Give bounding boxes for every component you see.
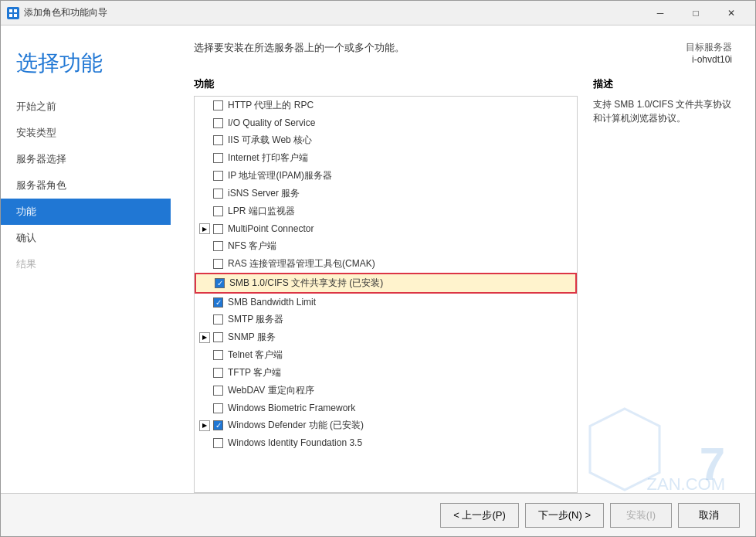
cancel-button[interactable]: 取消 bbox=[678, 503, 740, 528]
feature-label-webdav: WebDAV 重定向程序 bbox=[228, 384, 314, 397]
feature-label-print_client: Internet 打印客户端 bbox=[228, 151, 308, 165]
checkbox-snmp[interactable] bbox=[213, 332, 223, 342]
checkbox-ipam[interactable] bbox=[213, 171, 223, 181]
checkbox-iis_web[interactable] bbox=[213, 135, 223, 145]
server-label: 目标服务器 bbox=[686, 41, 732, 54]
sidebar-item-install_type[interactable]: 安装类型 bbox=[1, 120, 171, 146]
checkbox-isns[interactable] bbox=[213, 189, 223, 199]
feature-label-smtp: SMTP 服务器 bbox=[228, 313, 283, 326]
sidebar-item-server_roles[interactable]: 服务器角色 bbox=[1, 172, 171, 199]
feature-label-ipam: IP 地址管理(IPAM)服务器 bbox=[228, 169, 332, 182]
sidebar-item-result: 结果 bbox=[1, 251, 171, 277]
sidebar-item-start[interactable]: 开始之前 bbox=[1, 93, 171, 120]
feature-label-telnet: Telnet 客户端 bbox=[228, 348, 283, 362]
checkbox-ras[interactable] bbox=[213, 259, 223, 269]
features-label: 功能 bbox=[194, 77, 578, 91]
feature-item-ipam[interactable]: IP 地址管理(IPAM)服务器 bbox=[195, 167, 577, 185]
window-title: 添加角色和功能向导 bbox=[24, 6, 107, 19]
checkbox-multipoint[interactable] bbox=[213, 224, 223, 234]
expand-btn-snmp[interactable]: ▶ bbox=[199, 332, 210, 343]
checkbox-telnet[interactable] bbox=[213, 350, 223, 360]
feature-label-rpc: HTTP 代理上的 RPC bbox=[228, 99, 314, 112]
checkbox-nfs_client[interactable] bbox=[213, 241, 223, 251]
next-button[interactable]: 下一步(N) > bbox=[525, 503, 604, 528]
app-icon bbox=[7, 7, 19, 19]
svg-marker-4 bbox=[590, 409, 659, 490]
feature-label-ras: RAS 连接管理器管理工具包(CMAK) bbox=[228, 257, 375, 270]
feature-item-smtp[interactable]: SMTP 服务器 bbox=[195, 311, 577, 328]
checkbox-biometric[interactable] bbox=[213, 403, 223, 413]
checkbox-defender[interactable]: ✓ bbox=[213, 420, 223, 430]
titlebar-left: 添加角色和功能向导 bbox=[7, 6, 107, 19]
checkbox-smb_bw[interactable]: ✓ bbox=[213, 297, 223, 308]
feature-list-container[interactable]: HTTP 代理上的 RPCI/O Quality of ServiceIIS 可… bbox=[194, 96, 578, 493]
page-heading: 选择功能 bbox=[1, 41, 171, 93]
feature-item-ras[interactable]: RAS 连接管理器管理工具包(CMAK) bbox=[195, 255, 577, 273]
features-section: 功能 HTTP 代理上的 RPCI/O Quality of ServiceII… bbox=[194, 77, 578, 493]
content-header: 选择要安装在所选服务器上的一个或多个功能。 目标服务器 i-ohvdt10i bbox=[194, 41, 732, 65]
feature-item-nfs_client[interactable]: NFS 客户端 bbox=[195, 237, 577, 255]
feature-label-smb_bw: SMB Bandwidth Limit bbox=[228, 297, 316, 308]
install-button[interactable]: 安装(I) bbox=[610, 503, 672, 528]
feature-label-lpr: LPR 端口监视器 bbox=[228, 205, 295, 218]
checkbox-smb1[interactable]: ✓ bbox=[215, 278, 225, 288]
checkbox-rpc[interactable] bbox=[213, 100, 223, 110]
sidebar-item-confirm[interactable]: 确认 bbox=[1, 225, 171, 251]
feature-item-identity[interactable]: Windows Identity Foundation 3.5 bbox=[195, 434, 577, 451]
feature-label-identity: Windows Identity Foundation 3.5 bbox=[228, 437, 362, 448]
window-controls: ─ □ ✕ bbox=[642, 1, 749, 25]
checkbox-webdav[interactable] bbox=[213, 386, 223, 396]
sidebar-item-features[interactable]: 功能 bbox=[1, 199, 171, 225]
feature-label-smb1: SMB 1.0/CIFS 文件共享支持 (已安装) bbox=[229, 277, 383, 290]
feature-list: HTTP 代理上的 RPCI/O Quality of ServiceIIS 可… bbox=[195, 97, 577, 451]
sidebar-item-server_select[interactable]: 服务器选择 bbox=[1, 146, 171, 172]
feature-label-iis_web: IIS 可承载 Web 核心 bbox=[228, 134, 312, 147]
feature-label-ioqos: I/O Quality of Service bbox=[228, 117, 315, 128]
minimize-button[interactable]: ─ bbox=[642, 1, 678, 25]
feature-item-smb1[interactable]: ✓SMB 1.0/CIFS 文件共享支持 (已安装) bbox=[195, 273, 577, 294]
feature-item-lpr[interactable]: LPR 端口监视器 bbox=[195, 202, 577, 220]
feature-label-snmp: SNMP 服务 bbox=[228, 331, 276, 344]
titlebar: 添加角色和功能向导 ─ □ ✕ bbox=[1, 1, 755, 25]
feature-item-smb_bw[interactable]: ✓SMB Bandwidth Limit bbox=[195, 294, 577, 311]
checkbox-identity[interactable] bbox=[213, 438, 223, 448]
expand-btn-multipoint[interactable]: ▶ bbox=[199, 223, 210, 234]
checkbox-ioqos[interactable] bbox=[213, 118, 223, 128]
feature-item-rpc[interactable]: HTTP 代理上的 RPC bbox=[195, 97, 577, 114]
checkbox-lpr[interactable] bbox=[213, 206, 223, 216]
feature-label-biometric: Windows Biometric Framework bbox=[228, 403, 355, 413]
svg-rect-0 bbox=[9, 9, 12, 12]
close-button[interactable]: ✕ bbox=[714, 1, 749, 25]
feature-item-tftp[interactable]: TFTP 客户端 bbox=[195, 364, 577, 382]
feature-item-webdav[interactable]: WebDAV 重定向程序 bbox=[195, 382, 577, 399]
feature-item-ioqos[interactable]: I/O Quality of Service bbox=[195, 114, 577, 131]
feature-item-iis_web[interactable]: IIS 可承载 Web 核心 bbox=[195, 131, 577, 149]
description-text: 支持 SMB 1.0/CIFS 文件共享协议和计算机浏览器协议。 bbox=[593, 97, 732, 125]
feature-item-multipoint[interactable]: ▶MultiPoint Connector bbox=[195, 220, 577, 237]
feature-label-multipoint: MultiPoint Connector bbox=[228, 223, 314, 234]
checkbox-print_client[interactable] bbox=[213, 153, 223, 163]
svg-rect-2 bbox=[9, 14, 12, 17]
feature-label-defender: Windows Defender 功能 (已安装) bbox=[228, 419, 364, 432]
content-description: 选择要安装在所选服务器上的一个或多个功能。 bbox=[194, 41, 686, 55]
checkbox-tftp[interactable] bbox=[213, 368, 223, 378]
feature-item-isns[interactable]: iSNS Server 服务 bbox=[195, 185, 577, 202]
bottom-bar: < 上一步(P) 下一步(N) > 安装(I) 取消 bbox=[1, 493, 755, 536]
feature-item-biometric[interactable]: Windows Biometric Framework bbox=[195, 399, 577, 416]
feature-item-defender[interactable]: ▶✓Windows Defender 功能 (已安装) bbox=[195, 416, 577, 434]
feature-item-print_client[interactable]: Internet 打印客户端 bbox=[195, 149, 577, 167]
navigation: 开始之前安装类型服务器选择服务器角色功能确认结果 bbox=[1, 93, 171, 277]
description-label: 描述 bbox=[593, 77, 732, 91]
feature-label-nfs_client: NFS 客户端 bbox=[228, 240, 276, 253]
feature-label-tftp: TFTP 客户端 bbox=[228, 366, 281, 379]
content-area: 选择要安装在所选服务器上的一个或多个功能。 目标服务器 i-ohvdt10i 功… bbox=[171, 25, 755, 493]
checkbox-smtp[interactable] bbox=[213, 314, 223, 325]
feature-item-telnet[interactable]: Telnet 客户端 bbox=[195, 346, 577, 364]
server-name: i-ohvdt10i bbox=[686, 54, 732, 65]
prev-button[interactable]: < 上一步(P) bbox=[440, 503, 519, 528]
server-info: 目标服务器 i-ohvdt10i bbox=[686, 41, 732, 65]
maximize-button[interactable]: □ bbox=[678, 1, 714, 25]
sidebar: 选择功能 开始之前安装类型服务器选择服务器角色功能确认结果 bbox=[1, 25, 171, 493]
expand-btn-defender[interactable]: ▶ bbox=[199, 420, 210, 431]
feature-item-snmp[interactable]: ▶SNMP 服务 bbox=[195, 328, 577, 346]
